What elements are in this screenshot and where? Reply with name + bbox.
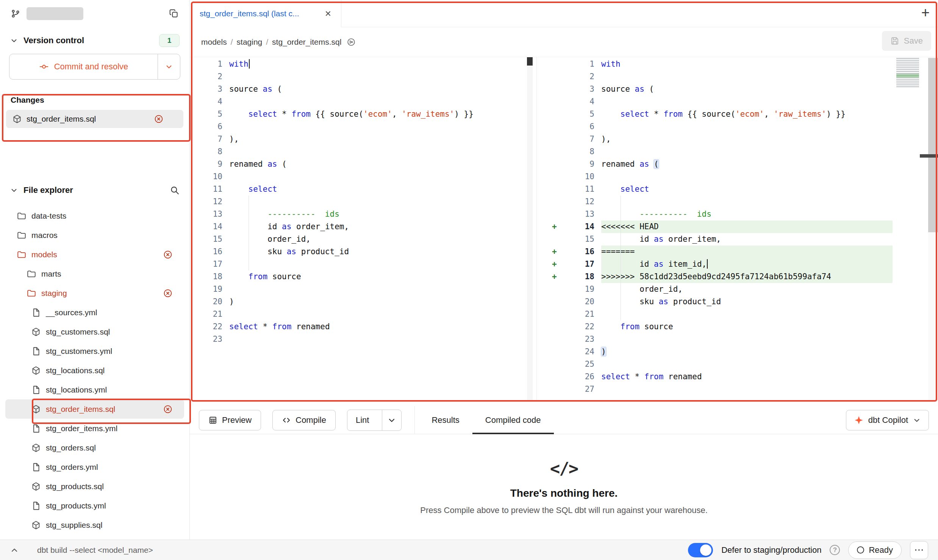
code-line[interactable]	[229, 308, 524, 321]
right-pane-scrollbar[interactable]	[928, 57, 938, 400]
changes-item[interactable]: stg_order_items.sql	[6, 110, 183, 128]
code-line[interactable]: with	[601, 58, 893, 70]
tree-item-stg_orders.yml[interactable]: stg_orders.yml	[5, 457, 184, 477]
code-line[interactable]: <<<<<<< HEAD	[601, 221, 893, 233]
code-line[interactable]: select * from {{ source('ecom', 'raw_ite…	[601, 108, 893, 120]
code-line[interactable]	[601, 95, 893, 108]
defer-toggle[interactable]	[688, 543, 713, 557]
tree-item-stg_orders.sql[interactable]: stg_orders.sql	[5, 438, 184, 457]
version-control-header[interactable]: Version control 1	[0, 31, 189, 50]
tree-item-stg_products.yml[interactable]: stg_products.yml	[5, 496, 184, 515]
code-line[interactable]	[229, 333, 524, 346]
code-line[interactable]	[601, 145, 893, 158]
code-line[interactable]	[601, 333, 893, 346]
tree-item-__sources.yml[interactable]: __sources.yml	[5, 303, 184, 322]
code-line[interactable]: order_id,	[229, 233, 524, 246]
file-explorer-header[interactable]: File explorer	[0, 181, 189, 199]
code-line[interactable]: order_id,	[601, 283, 893, 296]
tree-item-stg_supplies.sql[interactable]: stg_supplies.sql	[5, 515, 184, 535]
code-line[interactable]: renamed as (	[601, 158, 893, 171]
code-line[interactable]	[229, 70, 524, 83]
code-line[interactable]: from source	[601, 321, 893, 333]
code-area[interactable]: withsource as ( select * from {{ source(…	[601, 58, 893, 396]
preview-button[interactable]: Preview	[199, 410, 261, 430]
code-line[interactable]: id as item_id,	[601, 258, 893, 271]
code-line[interactable]: select * from {{ source('ecom', 'raw_ite…	[229, 108, 524, 120]
commit-and-resolve-button[interactable]: Commit and resolve	[9, 54, 180, 80]
copy-icon[interactable]	[169, 9, 179, 19]
code-line[interactable]: >>>>>>> 58c1dd23d5eebd9cd2495fa7124ab61b…	[601, 271, 893, 283]
tree-item-data-tests[interactable]: data-tests	[5, 206, 184, 225]
code-line[interactable]	[601, 196, 893, 208]
diff-pane-left[interactable]: 1234567891011121314151617181920212223 wi…	[190, 57, 537, 400]
breadcrumb-item[interactable]: staging	[237, 38, 263, 47]
code-line[interactable]: )	[601, 346, 893, 358]
tab-stg-order-items[interactable]: stg_order_items.sql (last c... ×	[190, 0, 341, 27]
code-line[interactable]	[601, 70, 893, 83]
code-line[interactable]: id as order_item,	[229, 221, 524, 233]
scrollbar-thumb[interactable]	[527, 57, 533, 66]
code-line[interactable]: )	[229, 296, 524, 308]
code-line[interactable]: source as (	[601, 83, 893, 95]
branch-name-placeholder[interactable]	[27, 7, 83, 20]
lint-options-button[interactable]	[382, 410, 401, 430]
compile-button[interactable]: Compile	[272, 410, 336, 430]
code-line[interactable]: ---------- ids	[601, 208, 893, 221]
code-line[interactable]	[229, 95, 524, 108]
code-line[interactable]: ---------- ids	[229, 208, 524, 221]
code-line[interactable]	[229, 120, 524, 133]
code-line[interactable]: sku as product_id	[601, 296, 893, 308]
code-line[interactable]	[229, 283, 524, 296]
code-line[interactable]	[601, 358, 893, 371]
tree-item-stg_customers.sql[interactable]: stg_customers.sql	[5, 322, 184, 341]
code-line[interactable]	[601, 120, 893, 133]
tree-item-models[interactable]: models	[5, 245, 184, 264]
code-area[interactable]: withsource as ( select * from {{ source(…	[229, 58, 524, 346]
code-line[interactable]: select * from renamed	[601, 371, 893, 383]
code-line[interactable]: ),	[601, 133, 893, 145]
tree-item-stg_products.sql[interactable]: stg_products.sql	[5, 477, 184, 496]
status-ready-button[interactable]: Ready	[848, 541, 902, 559]
minimap[interactable]	[896, 58, 919, 88]
code-line[interactable]: ),	[229, 133, 524, 145]
chevron-up-icon[interactable]	[10, 546, 19, 555]
close-icon[interactable]: ×	[325, 8, 331, 19]
tab-results[interactable]: Results	[419, 406, 472, 434]
scrollbar-thumb[interactable]	[928, 58, 938, 232]
save-button[interactable]: Save	[882, 31, 931, 51]
dbt-copilot-button[interactable]: dbt Copilot	[846, 410, 929, 430]
commit-options-button[interactable]	[158, 54, 180, 79]
diff-pane-right[interactable]: 12345678910111213+1415+16+17+18192021222…	[537, 57, 938, 400]
code-line[interactable]	[601, 308, 893, 321]
code-line[interactable]: select	[229, 183, 524, 196]
tree-item-stg_order_items.sql[interactable]: stg_order_items.sql	[5, 399, 184, 419]
more-options-button[interactable]: ⋯	[910, 541, 928, 559]
tab-compiled-code[interactable]: Compiled code	[472, 406, 554, 434]
code-line[interactable]: select * from renamed	[229, 321, 524, 333]
tree-item-stg_customers.yml[interactable]: stg_customers.yml	[5, 341, 184, 361]
code-line[interactable]: =======	[601, 246, 893, 258]
code-line[interactable]: from source	[229, 271, 524, 283]
breadcrumb-item[interactable]: models	[201, 38, 227, 47]
code-line[interactable]: id as order_item,	[601, 233, 893, 246]
branch-icon[interactable]	[11, 9, 20, 19]
tree-item-stg_locations.yml[interactable]: stg_locations.yml	[5, 380, 184, 399]
lint-button[interactable]: Lint	[347, 410, 402, 431]
command-bar[interactable]: dbt build --select <model_name>	[37, 546, 153, 555]
left-pane-scrollbar[interactable]	[527, 57, 533, 400]
code-line[interactable]	[601, 171, 893, 183]
code-line[interactable]	[229, 171, 524, 183]
help-icon[interactable]: ?	[830, 545, 840, 555]
code-line[interactable]: sku as product_id	[229, 246, 524, 258]
code-line[interactable]: with	[229, 58, 524, 70]
code-line[interactable]: renamed as (	[229, 158, 524, 171]
search-icon[interactable]	[170, 185, 180, 195]
code-line[interactable]	[229, 258, 524, 271]
code-line[interactable]: source as (	[229, 83, 524, 95]
tree-item-stg_order_items.yml[interactable]: stg_order_items.yml	[5, 419, 184, 438]
new-tab-button[interactable]: +	[921, 5, 930, 21]
code-line[interactable]	[229, 145, 524, 158]
code-line[interactable]	[601, 383, 893, 396]
tree-item-marts[interactable]: marts	[5, 264, 184, 283]
breadcrumb-item[interactable]: stg_order_items.sql	[272, 38, 341, 47]
